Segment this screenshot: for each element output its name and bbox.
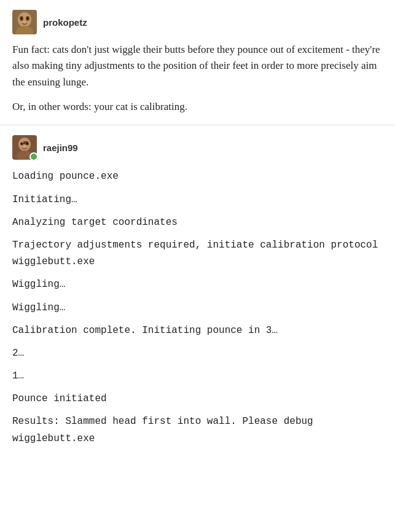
post-text-raejin99: Loading pounce.exe Initiating… Analyzing… bbox=[12, 168, 383, 447]
mono-line-5: Wiggling… bbox=[12, 276, 383, 293]
post-raejin99: raejin99 Loading pounce.exe Initiating… … bbox=[0, 125, 395, 456]
mono-line-1: Loading pounce.exe bbox=[12, 168, 383, 185]
svg-rect-16 bbox=[23, 141, 28, 144]
svg-point-7 bbox=[23, 22, 26, 23]
svg-point-13 bbox=[21, 143, 22, 144]
post-paragraph-2: Or, in other words: your cat is calibrat… bbox=[12, 99, 383, 115]
mono-line-8: 2… bbox=[12, 345, 383, 362]
post-prokopetz: prokopetz Fun fact: cats don't just wigg… bbox=[0, 0, 395, 125]
username-prokopetz: prokopetz bbox=[43, 17, 87, 28]
avatar-raejin99 bbox=[12, 135, 37, 160]
avatar-prokopetz bbox=[12, 10, 37, 34]
mono-line-10: Pounce initiated bbox=[12, 391, 383, 407]
username-raejin99: raejin99 bbox=[43, 143, 78, 153]
mono-line-4: Trajectory adjustments required, initiat… bbox=[12, 237, 383, 270]
svg-point-5 bbox=[21, 18, 23, 20]
mono-line-11: Results: Slammed head first into wall. P… bbox=[12, 413, 383, 447]
post-header-prokopetz: prokopetz bbox=[12, 10, 383, 34]
mono-line-3: Analyzing target coordinates bbox=[12, 214, 383, 231]
post-text-prokopetz: Fun fact: cats don't just wiggle their b… bbox=[12, 42, 383, 115]
post-header-raejin99: raejin99 bbox=[12, 135, 383, 160]
svg-point-6 bbox=[27, 18, 29, 20]
mono-line-6: Wiggling… bbox=[12, 300, 383, 316]
post-paragraph-1: Fun fact: cats don't just wiggle their b… bbox=[12, 42, 383, 90]
mono-line-7: Calibration complete. Initiating pounce … bbox=[12, 323, 383, 339]
mono-line-2: Initiating… bbox=[12, 192, 383, 208]
svg-point-1 bbox=[18, 12, 31, 27]
mono-line-9: 1… bbox=[12, 368, 383, 385]
svg-point-15 bbox=[23, 146, 26, 147]
